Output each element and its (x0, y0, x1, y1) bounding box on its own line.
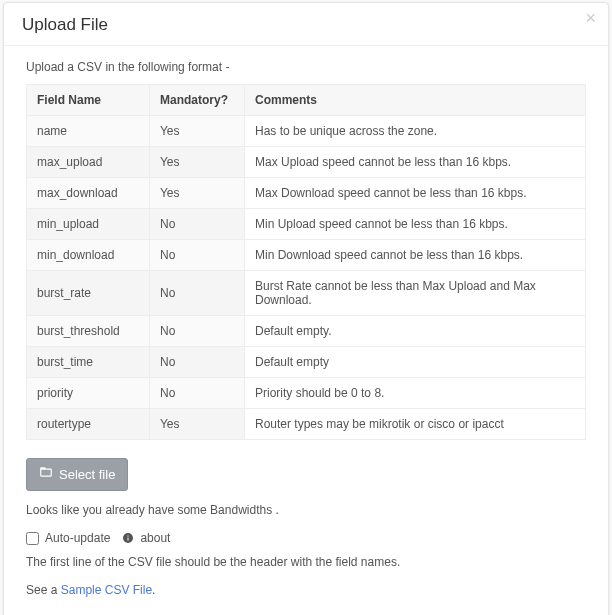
upload-file-modal: Upload File × Upload a CSV in the follow… (3, 2, 609, 615)
cell-mandatory: No (149, 271, 244, 316)
table-row: max_downloadYesMax Download speed cannot… (27, 178, 586, 209)
cell-comments: Priority should be 0 to 8. (244, 378, 585, 409)
cell-comments: Has to be unique across the zone. (244, 116, 585, 147)
format-table: Field Name Mandatory? Comments nameYesHa… (26, 84, 586, 440)
cell-comments: Router types may be mikrotik or cisco or… (244, 409, 585, 440)
table-row: burst_timeNoDefault empty (27, 347, 586, 378)
cell-comments: Default empty. (244, 316, 585, 347)
close-icon[interactable]: × (585, 9, 596, 27)
auto-update-checkbox[interactable] (26, 532, 39, 545)
table-row: burst_thresholdNoDefault empty. (27, 316, 586, 347)
cell-field: burst_threshold (27, 316, 150, 347)
info-icon[interactable] (122, 532, 134, 544)
header-line-note: The first line of the CSV file should be… (26, 555, 586, 569)
cell-field: max_download (27, 178, 150, 209)
select-file-button[interactable]: Select file (26, 458, 128, 491)
folder-open-icon (39, 465, 53, 484)
cell-comments: Max Download speed cannot be less than 1… (244, 178, 585, 209)
auto-update-row: Auto-update about (26, 531, 586, 545)
intro-text: Upload a CSV in the following format - (26, 60, 586, 74)
cell-mandatory: No (149, 316, 244, 347)
table-row: burst_rateNoBurst Rate cannot be less th… (27, 271, 586, 316)
col-header-field: Field Name (27, 85, 150, 116)
cell-field: max_upload (27, 147, 150, 178)
cell-mandatory: No (149, 347, 244, 378)
table-row: min_uploadNoMin Upload speed cannot be l… (27, 209, 586, 240)
cell-mandatory: No (149, 378, 244, 409)
cell-comments: Burst Rate cannot be less than Max Uploa… (244, 271, 585, 316)
cell-field: burst_rate (27, 271, 150, 316)
table-row: min_downloadNoMin Download speed cannot … (27, 240, 586, 271)
cell-mandatory: No (149, 240, 244, 271)
cell-comments: Max Upload speed cannot be less than 16 … (244, 147, 585, 178)
modal-title: Upload File (22, 15, 590, 35)
cell-field: priority (27, 378, 150, 409)
cell-field: routertype (27, 409, 150, 440)
cell-mandatory: Yes (149, 178, 244, 209)
modal-body: Upload a CSV in the following format - F… (4, 46, 608, 615)
table-row: nameYesHas to be unique across the zone. (27, 116, 586, 147)
col-header-comments: Comments (244, 85, 585, 116)
select-file-label: Select file (59, 466, 115, 484)
cell-comments: Min Download speed cannot be less than 1… (244, 240, 585, 271)
cell-mandatory: Yes (149, 409, 244, 440)
sample-suffix: . (152, 583, 155, 597)
cell-comments: Default empty (244, 347, 585, 378)
cell-mandatory: No (149, 209, 244, 240)
cell-mandatory: Yes (149, 116, 244, 147)
about-label: about (140, 531, 170, 545)
cell-field: min_download (27, 240, 150, 271)
cell-comments: Min Upload speed cannot be less than 16 … (244, 209, 585, 240)
table-row: priorityNoPriority should be 0 to 8. (27, 378, 586, 409)
table-row: routertypeYesRouter types may be mikroti… (27, 409, 586, 440)
cell-mandatory: Yes (149, 147, 244, 178)
cell-field: burst_time (27, 347, 150, 378)
cell-field: name (27, 116, 150, 147)
existing-bandwidths-note: Looks like you already have some Bandwid… (26, 503, 586, 517)
table-row: max_uploadYesMax Upload speed cannot be … (27, 147, 586, 178)
cell-field: min_upload (27, 209, 150, 240)
sample-row: See a Sample CSV File. (26, 583, 586, 597)
col-header-mandatory: Mandatory? (149, 85, 244, 116)
sample-prefix: See a (26, 583, 61, 597)
modal-header: Upload File × (4, 3, 608, 46)
auto-update-label: Auto-update (45, 531, 110, 545)
sample-csv-link[interactable]: Sample CSV File (61, 583, 152, 597)
